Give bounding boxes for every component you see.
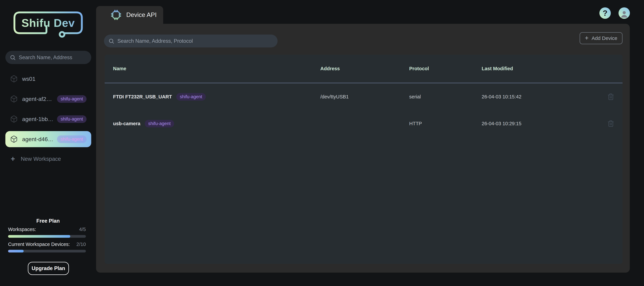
column-header-address: Address — [320, 66, 409, 72]
sidebar-item-agent-d46-selected[interactable]: agent-d46… shifu-agent — [5, 131, 91, 147]
help-button[interactable]: ? — [600, 8, 611, 19]
upgrade-plan-button[interactable]: Upgrade Plan — [28, 262, 69, 275]
workspace-cube-icon — [10, 115, 18, 123]
shifu-agent-badge: shifu-agent — [57, 136, 86, 143]
delete-device-button[interactable] — [607, 93, 614, 100]
column-header-protocol: Protocol — [409, 66, 482, 72]
device-address: /dev/ttyUSB1 — [320, 94, 409, 100]
device-search-input[interactable] — [117, 38, 273, 44]
devices-table: Name Address Protocol Last Modified FTDI… — [105, 55, 622, 264]
table-header-row: Name Address Protocol Last Modified — [105, 55, 622, 83]
app-logo-svg: Shifu Dev — [12, 10, 84, 39]
sidebar: Shifu Dev ws01 agent-af2… shifu-agent ag… — [0, 0, 96, 286]
devices-usage-value: 2/10 — [76, 242, 86, 247]
shifu-agent-badge: shifu-agent — [145, 120, 174, 128]
shifu-agent-badge: shifu-agent — [57, 95, 86, 103]
table-row[interactable]: FTDI FT232R_USB_UART shifu-agent /dev/tt… — [105, 83, 622, 110]
workspaces-usage-value: 4/5 — [79, 227, 86, 232]
workspace-cube-icon — [10, 75, 18, 83]
new-workspace-label: New Workspace — [21, 156, 61, 162]
workspaces-usage-row: Workspaces: 4/5 — [8, 227, 86, 232]
search-icon — [10, 54, 16, 60]
app-logo: Shifu Dev — [12, 10, 84, 39]
devices-progressbar — [8, 250, 86, 252]
workspaces-progressbar — [8, 235, 86, 238]
shifu-agent-badge: shifu-agent — [57, 115, 86, 123]
search-icon — [108, 38, 114, 44]
user-avatar[interactable] — [618, 8, 630, 19]
device-last-modified: 26-04-03 10:29:15 — [482, 121, 599, 126]
trash-icon — [607, 120, 614, 127]
device-protocol: HTTP — [409, 121, 482, 126]
sidebar-item-ws01[interactable]: ws01 — [5, 71, 91, 87]
table-row[interactable]: usb-camera shifu-agent HTTP 26-04-03 10:… — [105, 110, 622, 137]
delete-device-button[interactable] — [607, 120, 614, 127]
plan-name: Free Plan — [0, 218, 96, 224]
tab-label: Device API — [126, 12, 157, 18]
devices-progress-fill — [8, 250, 24, 252]
column-header-name: Name — [105, 66, 320, 72]
plus-icon: + — [585, 35, 588, 41]
person-icon — [620, 10, 628, 18]
devices-usage-label: Current Workspace Devices: — [8, 242, 70, 247]
question-mark-icon: ? — [603, 8, 608, 18]
workspace-name: ws01 — [22, 76, 36, 82]
workspace-cube-icon — [10, 95, 18, 103]
workspace-name: agent-af2… — [22, 96, 52, 102]
device-name: FTDI FT232R_USB_UART — [113, 94, 172, 100]
workspaces-usage-label: Workspaces: — [8, 227, 36, 232]
devices-usage-row: Current Workspace Devices: 2/10 — [8, 242, 86, 247]
sidebar-item-agent-1bb[interactable]: agent-1bb… shifu-agent — [5, 111, 91, 127]
chip-icon — [110, 10, 122, 20]
tab-device-api[interactable]: Device API — [96, 6, 163, 24]
add-device-button[interactable]: + Add Device — [580, 32, 622, 44]
new-workspace-button[interactable]: + New Workspace — [10, 151, 62, 167]
workspaces-progress-fill — [8, 235, 70, 238]
app-logo-text: Shifu Dev — [22, 16, 75, 29]
workspace-name: agent-d46… — [22, 136, 53, 142]
device-search — [104, 34, 278, 48]
add-device-label: Add Device — [592, 35, 617, 41]
device-name: usb-camera — [113, 121, 140, 126]
plus-icon: + — [11, 155, 15, 162]
sidebar-search-input[interactable] — [18, 54, 87, 61]
shifu-agent-badge: shifu-agent — [176, 93, 206, 100]
workspace-name: agent-1bb… — [22, 116, 53, 122]
device-protocol: serial — [409, 94, 482, 100]
trash-icon — [607, 93, 614, 100]
workspace-cube-icon — [10, 135, 18, 143]
device-last-modified: 26-04-03 10:15:42 — [482, 94, 599, 100]
sidebar-item-agent-af2[interactable]: agent-af2… shifu-agent — [5, 91, 91, 107]
sidebar-search — [5, 51, 91, 64]
column-header-last-modified: Last Modified — [482, 66, 599, 72]
